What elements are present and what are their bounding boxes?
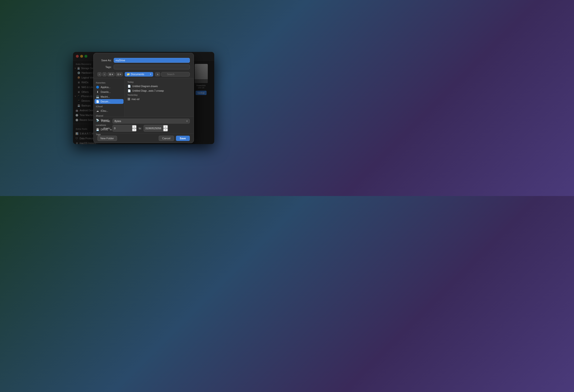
dialog-sidebar-item-applications[interactable]: 🔵 Applica...	[94, 85, 124, 89]
save-dialog: Save As: Tags: ‹ › ⊞ ▾ ⊟ ▾ 📁 Documents	[93, 53, 194, 143]
forward-button[interactable]: ›	[102, 72, 106, 76]
downloads-icon: ⬇	[96, 90, 99, 94]
file-name-crswap: Untitled Diagr...awio.7.crswap	[132, 89, 164, 92]
dialog-sidebar-item-downloads[interactable]: ⬇ Downlo...	[94, 89, 124, 94]
file-name-macsd: mac-sd	[132, 98, 140, 101]
today-header: Today	[125, 80, 194, 84]
dialog-body: Save As: Tags: ‹ › ⊞ ▾ ⊟ ▾ 📁 Documents	[94, 53, 194, 143]
dialog-sidebar-item-icloud[interactable]: ☁ iClou...	[94, 108, 124, 113]
search-input[interactable]	[161, 72, 190, 77]
dialog-sidebar-item-documents[interactable]: 📄 Docum...	[95, 99, 123, 104]
macintosh-icon: 💻	[96, 95, 99, 98]
from-decrement-button[interactable]: ▼	[132, 128, 137, 131]
icloud-icon: ☁	[96, 109, 99, 112]
format-chevron-icon: ▾	[186, 120, 188, 122]
to-decrement-button[interactable]: ▼	[163, 128, 168, 131]
file-item-macsd[interactable]: 🖼 mac-sd	[125, 97, 194, 101]
file-item-drawio[interactable]: 📄 Untitled Diagram.drawio	[125, 84, 194, 88]
save-as-label: Save As:	[97, 59, 112, 62]
folder-icon: 📁	[127, 73, 130, 76]
dialog-content-area: Favorites 🔵 Applica... ⬇ Downlo... 💻 Mac…	[94, 78, 194, 117]
save-button[interactable]: Save	[176, 136, 190, 141]
documents-label: Docum...	[101, 100, 110, 103]
shared-section-label: Shared	[94, 113, 124, 118]
format-select[interactable]: Bytes ▾	[112, 119, 190, 124]
icloud-label: iClou...	[101, 110, 108, 112]
from-increment-button[interactable]: ▲	[132, 125, 137, 128]
to-input-wrap: ▲ ▼	[144, 125, 168, 132]
to-input[interactable]	[144, 126, 163, 130]
format-value: Bytes	[115, 120, 121, 123]
applications-label: Applica...	[101, 86, 111, 88]
to-label: to:	[139, 127, 142, 130]
file-icon-drawio: 📄	[128, 85, 131, 88]
view-grid-button[interactable]: ⊞ ▾	[107, 72, 115, 76]
dialog-toolbar: ‹ › ⊞ ▾ ⊟ ▾ 📁 Documents ▾ ∧ 🔍	[94, 70, 194, 78]
location-label: Documents	[131, 73, 150, 76]
tags-input[interactable]	[114, 65, 190, 69]
documents-icon: 📄	[96, 100, 99, 103]
format-label: Format:	[97, 120, 111, 123]
favorites-section-label: Favorites	[94, 80, 124, 85]
icloud-section-label: iCloud	[94, 104, 124, 108]
view-list-button[interactable]: ⊟ ▾	[116, 72, 123, 76]
dialog-sidebar: Favorites 🔵 Applica... ⬇ Downlo... 💻 Mac…	[94, 78, 125, 117]
location-dropdown[interactable]: 📁 Documents ▾	[125, 72, 153, 77]
macintosh-label: Macint...	[101, 96, 110, 98]
file-name-drawio: Untitled Diagram.drawio	[132, 85, 158, 88]
dialog-sidebar-item-macintosh[interactable]: 💻 Macint...	[94, 94, 124, 99]
expand-button[interactable]: ∧	[155, 72, 160, 76]
dialog-file-list: Today 📄 Untitled Diagram.drawio 📄 Untitl…	[125, 78, 194, 117]
to-increment-button[interactable]: ▲	[163, 125, 168, 128]
from-label: From:	[97, 127, 111, 130]
from-input-wrap: ▲ ▼	[112, 125, 137, 132]
yesterday-header: Yesterday	[125, 93, 194, 97]
to-spinner: ▲ ▼	[163, 125, 168, 131]
chevron-down-icon3: ▾	[150, 73, 151, 75]
file-icon-crswap: 📄	[128, 89, 131, 92]
cancel-button[interactable]: Cancel	[159, 136, 174, 141]
footer-right: Cancel Save	[159, 136, 190, 141]
save-as-input[interactable]	[114, 58, 190, 63]
save-as-row: Save As:	[94, 57, 194, 64]
search-wrapper: 🔍	[161, 72, 190, 77]
applications-icon: 🔵	[96, 85, 99, 89]
file-icon-macsd: 🖼	[128, 98, 130, 101]
tags-label: Tags:	[97, 65, 112, 68]
new-folder-button[interactable]: New Folder	[97, 136, 117, 141]
tags-row: Tags:	[94, 64, 194, 70]
file-item-crswap[interactable]: 📄 Untitled Diagr...awio.7.crswap	[125, 88, 194, 93]
dialog-overlay: Save As: Tags: ‹ › ⊞ ▾ ⊟ ▾ 📁 Documents	[73, 52, 214, 144]
downloads-label: Downlo...	[101, 91, 111, 93]
back-button[interactable]: ‹	[97, 72, 102, 76]
from-spinner: ▲ ▼	[132, 125, 137, 131]
from-input[interactable]	[113, 126, 132, 130]
